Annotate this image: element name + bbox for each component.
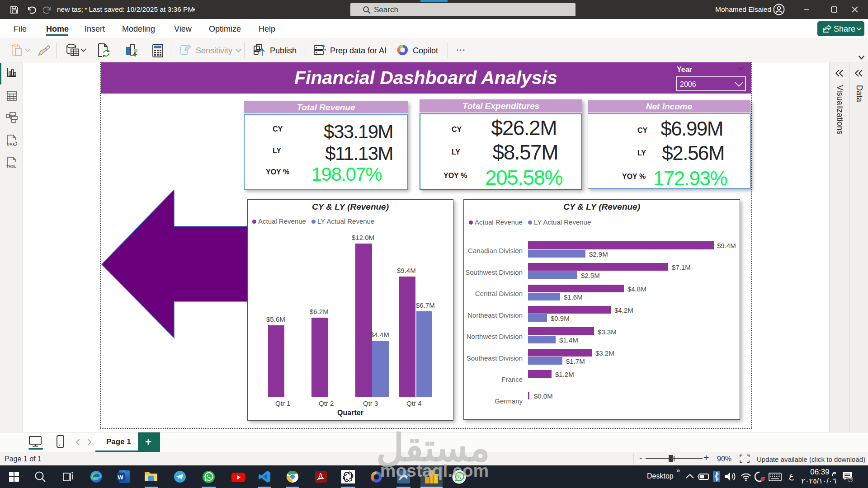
svg-text:W: W: [118, 474, 124, 481]
svg-text:DAX: DAX: [7, 142, 15, 146]
svg-text:TMDL: TMDL: [6, 164, 16, 169]
